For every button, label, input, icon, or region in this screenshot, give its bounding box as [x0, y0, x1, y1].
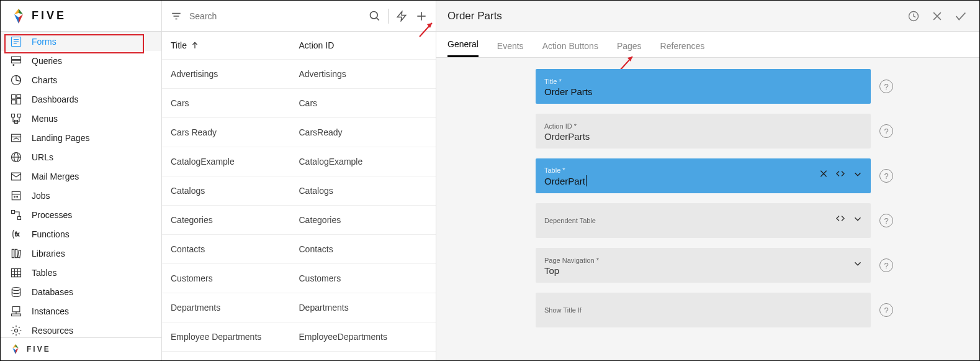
sidebar-item-label: Queries: [32, 56, 62, 66]
list-row[interactable]: Employee DepartmentsEmployeeDepartments: [162, 322, 436, 352]
url-icon: [9, 150, 23, 164]
divider: [388, 9, 389, 24]
field-f1[interactable]: Title *Order Parts: [536, 69, 871, 104]
nav: FormsQueriesChartsDashboardsMenusLanding…: [1, 32, 161, 337]
cell-title: Advertisings: [171, 69, 299, 79]
sidebar-item-mail-merges[interactable]: Mail Merges: [1, 167, 161, 186]
landing-icon: [9, 131, 23, 145]
list-row[interactable]: CustomersCustomers: [162, 264, 436, 293]
sidebar-item-functions[interactable]: fxFunctions: [1, 224, 161, 244]
footer: FIVE: [1, 337, 161, 360]
sidebar-item-label: Dashboards: [32, 94, 79, 104]
cell-title: Contacts: [171, 244, 299, 254]
cell-action: CarsReady: [299, 127, 428, 137]
sidebar-item-dashboards[interactable]: Dashboards: [1, 89, 161, 109]
help-icon[interactable]: ?: [879, 258, 893, 272]
clear-icon[interactable]: [819, 169, 829, 183]
tab-pages[interactable]: Pages: [617, 35, 642, 57]
sidebar-item-label: Landing Pages: [32, 133, 89, 143]
cell-title: Cars Ready: [171, 127, 299, 137]
code-icon[interactable]: [835, 169, 846, 183]
search-input[interactable]: [189, 11, 362, 21]
cell-title: Departments: [171, 303, 299, 313]
sidebar-item-jobs[interactable]: Jobs: [1, 186, 161, 205]
help-icon[interactable]: ?: [879, 80, 893, 93]
sidebar-item-queries[interactable]: Queries: [1, 51, 161, 70]
help-icon[interactable]: ?: [879, 214, 893, 227]
list-row[interactable]: Cars ReadyCarsReady: [162, 118, 436, 147]
sidebar-item-landing-pages[interactable]: Landing Pages: [1, 128, 161, 147]
field-value: OrderParts: [544, 131, 862, 142]
sidebar-item-resources[interactable]: Resources: [1, 321, 161, 337]
field-row: Title *Order Parts?: [536, 69, 973, 104]
col-title[interactable]: Title: [171, 40, 299, 50]
list-row[interactable]: CarsCars: [162, 89, 436, 118]
field-label: Title *: [544, 78, 862, 85]
sidebar-item-label: Charts: [32, 75, 57, 85]
list-row[interactable]: DepartmentsDepartments: [162, 293, 436, 322]
history-icon[interactable]: [906, 9, 921, 24]
add-icon[interactable]: [415, 9, 428, 23]
sidebar-item-charts[interactable]: Charts: [1, 70, 161, 89]
field-row: Table *OrderPart?: [536, 158, 973, 193]
list-header: Title Action ID: [162, 32, 436, 60]
field-f4[interactable]: Dependent Table: [536, 203, 871, 238]
detail-header: Order Parts: [436, 1, 979, 32]
list-row[interactable]: CatalogsCatalogs: [162, 176, 436, 206]
bolt-icon[interactable]: [395, 9, 408, 23]
sidebar-item-label: Mail Merges: [32, 171, 79, 181]
chevron-down-icon[interactable]: [852, 169, 863, 183]
tab-general[interactable]: General: [447, 33, 479, 57]
search-icon[interactable]: [368, 9, 382, 23]
mail-icon: [9, 170, 23, 183]
cell-title: Categories: [171, 215, 299, 225]
tab-action-buttons[interactable]: Action Buttons: [542, 35, 598, 57]
sidebar-item-tables[interactable]: Tables: [1, 263, 161, 282]
sidebar-item-databases[interactable]: Databases: [1, 282, 161, 301]
field-f5[interactable]: Page Navigation *Top: [536, 248, 871, 283]
field-f2[interactable]: Action ID *OrderParts: [536, 114, 871, 149]
svg-rect-39: [12, 306, 20, 311]
cell-action: Departments: [299, 303, 428, 313]
cell-action: EmployeeDepartments: [299, 332, 428, 342]
tab-events[interactable]: Events: [497, 35, 524, 57]
code-icon[interactable]: [835, 214, 846, 228]
sidebar-item-processes[interactable]: Processes: [1, 205, 161, 224]
sidebar-item-libraries[interactable]: Libraries: [1, 244, 161, 263]
list-row[interactable]: CategoriesCategories: [162, 206, 436, 235]
close-icon[interactable]: [930, 9, 945, 24]
field-icons: [852, 258, 863, 273]
svg-rect-40: [12, 314, 21, 316]
list-row[interactable]: ContactsContacts: [162, 235, 436, 264]
sidebar-item-forms[interactable]: Forms: [1, 32, 161, 51]
chevron-down-icon[interactable]: [852, 214, 863, 228]
help-icon[interactable]: ?: [879, 169, 893, 183]
field-f6[interactable]: Show Title If: [536, 293, 871, 327]
col-action[interactable]: Action ID: [299, 40, 428, 50]
field-label: Show Title If: [544, 306, 862, 314]
help-icon[interactable]: ?: [879, 124, 893, 138]
field-label: Page Navigation *: [544, 257, 862, 264]
list-toolbar: [162, 1, 436, 32]
chevron-down-icon[interactable]: [852, 258, 863, 273]
list-body: AdvertisingsAdvertisingsCarsCarsCars Rea…: [162, 60, 436, 360]
svg-point-46: [371, 11, 378, 19]
sidebar-item-instances[interactable]: Instances: [1, 301, 161, 321]
sidebar-item-label: Instances: [32, 306, 69, 316]
col-title-label: Title: [171, 40, 187, 50]
sidebar-item-label: Tables: [32, 268, 56, 278]
sidebar-item-menus[interactable]: Menus: [1, 109, 161, 128]
logo-icon-small: [9, 343, 22, 355]
field-icons: [819, 169, 863, 183]
sidebar-item-label: Jobs: [32, 191, 50, 201]
tab-references[interactable]: References: [660, 35, 705, 57]
list-row[interactable]: CatalogExampleCatalogExample: [162, 147, 436, 176]
field-f3[interactable]: Table *OrderPart: [536, 158, 871, 193]
svg-line-47: [377, 17, 379, 20]
instance-icon: [9, 304, 23, 318]
list-row[interactable]: AdvertisingsAdvertisings: [162, 60, 436, 89]
help-icon[interactable]: ?: [879, 303, 893, 317]
sidebar-item-urls[interactable]: URLs: [1, 147, 161, 167]
filter-icon[interactable]: [169, 9, 183, 23]
confirm-icon[interactable]: [953, 9, 968, 24]
